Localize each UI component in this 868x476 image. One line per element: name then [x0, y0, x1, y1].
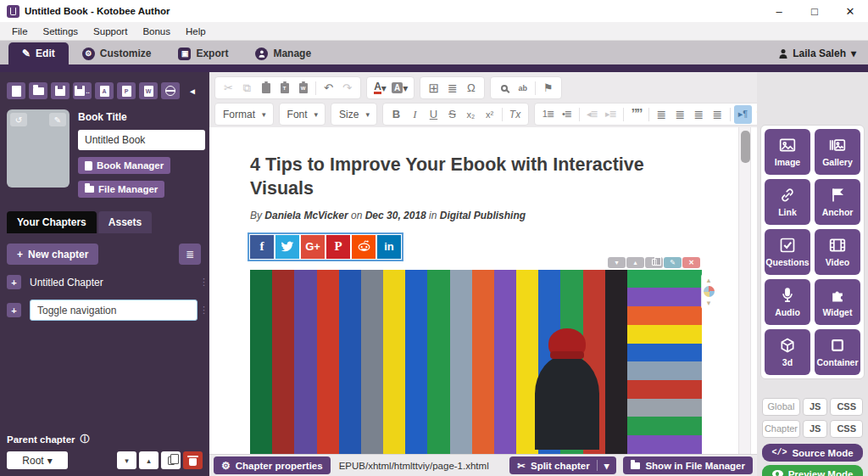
drag-handle-icon[interactable] — [199, 277, 208, 288]
move-chapter-down-button[interactable] — [117, 451, 136, 469]
editor-content[interactable]: 4 Tips to Improve Your Ebook with Intera… — [209, 127, 757, 454]
chapter-rename-input[interactable] — [30, 300, 198, 321]
redo-icon[interactable] — [338, 79, 356, 98]
cut-icon[interactable] — [220, 79, 237, 98]
horizontal-rule-icon[interactable] — [443, 79, 461, 98]
menu-settings[interactable]: Settings — [36, 25, 86, 38]
outdent-icon[interactable] — [583, 105, 601, 124]
new-book-button[interactable] — [7, 82, 25, 99]
twitter-icon[interactable] — [275, 235, 299, 259]
find-replace-icon[interactable] — [514, 79, 531, 98]
tab-your-chapters[interactable]: Your Chapters — [7, 211, 97, 233]
insert-video-button[interactable]: Video — [815, 229, 860, 275]
size-dropdown[interactable]: Size — [331, 103, 377, 126]
refresh-cover-icon[interactable] — [10, 113, 27, 126]
tab-assets[interactable]: Assets — [98, 211, 152, 233]
text-direction-ltr-icon[interactable] — [734, 105, 752, 124]
bold-button[interactable]: B — [387, 105, 405, 124]
insert-anchor-button[interactable]: Anchor — [815, 179, 860, 225]
book-manager-button[interactable]: Book Manager — [78, 157, 170, 174]
duplicate-element-button[interactable] — [645, 257, 663, 268]
preview-mode-button[interactable]: Preview Mode — [762, 465, 863, 476]
collapse-sidebar-arrow[interactable] — [188, 87, 197, 96]
user-menu[interactable]: Laila Saleh — [778, 42, 868, 64]
export-web-button[interactable] — [161, 82, 180, 99]
menu-support[interactable]: Support — [86, 25, 134, 38]
minimize-button[interactable]: – — [761, 0, 797, 22]
insert-questions-button[interactable]: Questions — [765, 229, 810, 275]
source-mode-button[interactable]: </> Source Mode — [762, 444, 863, 462]
parent-chapter-dropdown[interactable]: Root — [7, 451, 68, 469]
undo-icon[interactable] — [320, 79, 337, 98]
export-pdf-button[interactable]: A — [95, 82, 114, 99]
editor-scrollbar[interactable] — [738, 127, 751, 454]
chapter-item-untitled[interactable]: Untitled Chapter — [7, 275, 209, 289]
info-icon[interactable] — [81, 433, 90, 445]
global-css-button[interactable]: CSS — [830, 398, 863, 416]
move-element-up-button[interactable] — [626, 257, 644, 268]
file-manager-button[interactable]: File Manager — [78, 181, 164, 198]
new-chapter-button[interactable]: New chapter — [7, 244, 98, 265]
indent-icon[interactable] — [602, 105, 620, 124]
expand-chapter-icon[interactable] — [7, 303, 21, 317]
nudge-down-icon[interactable] — [707, 300, 711, 306]
select-all-flag-icon[interactable] — [539, 79, 557, 98]
export-word-button[interactable]: W — [139, 82, 158, 99]
align-justify-icon[interactable] — [709, 105, 726, 124]
reddit-icon[interactable] — [352, 235, 376, 259]
chapter-list-menu-button[interactable] — [179, 244, 201, 265]
pinterest-icon[interactable]: P — [326, 235, 350, 259]
subscript-button[interactable]: x₂ — [462, 105, 480, 124]
color-wheel-icon[interactable] — [704, 286, 715, 297]
article-heading[interactable]: 4 Tips to Improve Your Ebook with Intera… — [250, 153, 712, 201]
insert-widget-button[interactable]: Widget — [815, 279, 860, 325]
insert-container-button[interactable]: Container — [815, 329, 860, 375]
scrollbar-thumb[interactable] — [741, 131, 750, 163]
search-button[interactable] — [495, 79, 513, 98]
blockquote-icon[interactable] — [627, 105, 645, 124]
delete-chapter-button[interactable] — [183, 451, 203, 469]
open-book-button[interactable] — [29, 82, 47, 99]
move-chapter-up-button[interactable] — [139, 451, 159, 469]
strikethrough-button[interactable]: S — [443, 105, 461, 124]
tab-manage[interactable]: Manage — [242, 42, 325, 64]
nudge-up-icon[interactable] — [707, 277, 711, 283]
google-plus-icon[interactable]: G+ — [301, 235, 325, 259]
underline-button[interactable]: U — [425, 105, 442, 124]
paste-as-text-button[interactable]: T — [275, 79, 293, 98]
chapter-properties-button[interactable]: Chapter properties — [214, 456, 331, 474]
superscript-button[interactable]: x² — [481, 105, 498, 124]
align-right-icon[interactable] — [690, 105, 708, 124]
format-dropdown[interactable]: Format — [214, 103, 274, 126]
insert-table-icon[interactable] — [425, 79, 442, 98]
social-share-row[interactable]: f G+ P in — [250, 235, 401, 259]
background-color-button[interactable]: A — [390, 79, 409, 98]
bullet-list-icon[interactable] — [558, 105, 576, 124]
edit-cover-icon[interactable] — [49, 113, 66, 126]
drag-handle-icon[interactable] — [199, 305, 208, 316]
book-cover-placeholder[interactable] — [7, 109, 70, 188]
align-center-icon[interactable] — [671, 105, 689, 124]
ordered-list-icon[interactable] — [539, 105, 557, 124]
duplicate-chapter-button[interactable] — [161, 451, 181, 469]
chapter-item-editing[interactable] — [7, 300, 209, 321]
show-in-file-manager-button[interactable]: Show in File Manager — [623, 456, 753, 474]
remove-format-button[interactable]: Tx — [506, 105, 524, 124]
insert-image-button[interactable]: Image — [765, 129, 810, 175]
maximize-button[interactable]: □ — [797, 0, 832, 22]
expand-chapter-icon[interactable] — [7, 275, 21, 289]
paste-button[interactable] — [257, 79, 275, 98]
delete-element-button[interactable] — [682, 257, 700, 268]
italic-button[interactable]: I — [406, 105, 424, 124]
copy-icon[interactable] — [238, 79, 256, 98]
font-dropdown[interactable]: Font — [279, 103, 326, 126]
export-ppt-button[interactable]: P — [117, 82, 136, 99]
move-element-down-button[interactable] — [608, 257, 626, 268]
text-color-button[interactable]: A — [371, 79, 389, 98]
book-title-input[interactable] — [78, 130, 205, 150]
chapter-title[interactable]: Untitled Chapter — [30, 277, 103, 288]
menu-file[interactable]: File — [5, 25, 35, 38]
chapter-css-button[interactable]: CSS — [830, 420, 863, 438]
save-as-button[interactable]: .. — [73, 82, 92, 99]
insert-link-button[interactable]: Link — [765, 179, 810, 225]
